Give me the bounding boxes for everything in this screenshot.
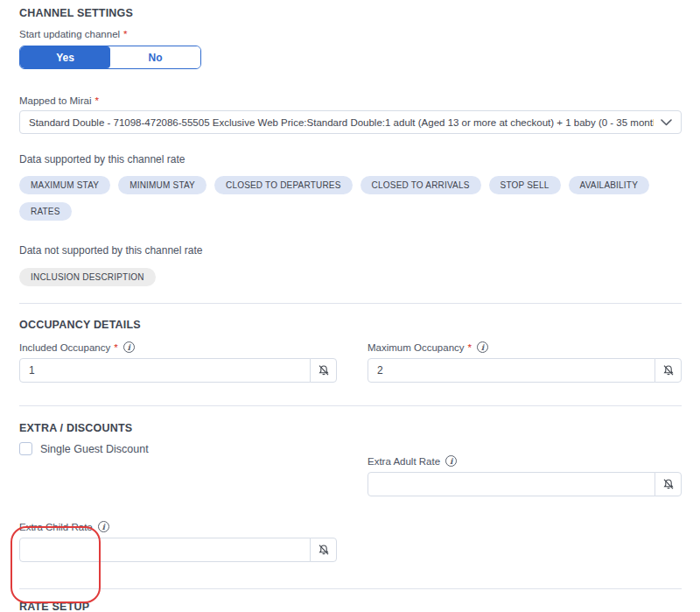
- chip: STOP SELL: [489, 176, 561, 194]
- channel-settings-page: CHANNEL SETTINGS Start updating channel …: [0, 0, 700, 612]
- extra-adult-rate-label: Extra Adult Rate i: [368, 455, 682, 467]
- single-guest-discount-checkbox[interactable]: [19, 442, 32, 455]
- chip: MAXIMUM STAY: [19, 176, 110, 194]
- occupancy-details-title: OCCUPANCY DETAILS: [19, 319, 682, 331]
- bell-off-icon: [318, 544, 330, 556]
- info-icon[interactable]: i: [98, 521, 109, 532]
- toggle-yes-button[interactable]: Yes: [20, 46, 110, 68]
- bell-off-button[interactable]: [310, 358, 337, 383]
- info-icon[interactable]: i: [445, 455, 457, 467]
- chip: INCLUSION DESCRIPTION: [19, 268, 156, 286]
- not-supported-chips: INCLUSION DESCRIPTION: [19, 268, 682, 286]
- section-divider: [19, 405, 682, 406]
- maximum-occupancy-label: Maximum Occupancy * i: [368, 341, 682, 353]
- chip: AVAILABILITY: [569, 176, 650, 194]
- included-occupancy-input[interactable]: [19, 358, 311, 383]
- chip: CLOSED TO DEPARTURES: [214, 176, 353, 194]
- chip: MINIMUM STAY: [118, 176, 206, 194]
- start-updating-label: Start updating channel *: [19, 29, 682, 39]
- mapped-to-mirai-value: Standard Double - 71098-472086-55505 Exc…: [29, 117, 654, 128]
- bell-off-icon: [318, 364, 330, 376]
- extra-child-rate-label: Extra Child Rate i: [19, 521, 337, 532]
- single-guest-discount-label: Single Guest Discount: [40, 443, 149, 455]
- bell-off-icon: [662, 364, 675, 376]
- required-asterisk: *: [114, 342, 117, 353]
- info-icon[interactable]: i: [477, 341, 488, 353]
- mapped-to-mirai-label: Mapped to Mirai *: [19, 95, 682, 106]
- included-occupancy-label: Included Occupancy * i: [19, 341, 337, 353]
- maximum-occupancy-input[interactable]: [368, 358, 655, 383]
- toggle-no-button[interactable]: No: [110, 46, 200, 68]
- chip: CLOSED TO ARRIVALS: [360, 176, 481, 194]
- required-asterisk: *: [123, 29, 127, 39]
- supported-data-label: Data supported by this channel rate: [19, 153, 682, 165]
- required-asterisk: *: [94, 95, 98, 106]
- chevron-down-icon: [661, 119, 672, 126]
- info-icon[interactable]: i: [123, 341, 135, 353]
- extra-child-rate-input[interactable]: [19, 538, 311, 562]
- bell-off-button[interactable]: [654, 472, 682, 496]
- chip: RATES: [19, 202, 72, 221]
- supported-chips: MAXIMUM STAYMINIMUM STAYCLOSED TO DEPART…: [19, 176, 682, 221]
- mapped-to-mirai-select[interactable]: Standard Double - 71098-472086-55505 Exc…: [19, 110, 682, 134]
- channel-settings-title: CHANNEL SETTINGS: [19, 7, 682, 19]
- bell-off-icon: [662, 478, 675, 490]
- bell-off-button[interactable]: [654, 358, 682, 383]
- start-updating-toggle: Yes No: [19, 46, 201, 69]
- not-supported-data-label: Data not supported by this channel rate: [19, 244, 682, 257]
- required-asterisk: *: [468, 342, 472, 353]
- section-divider: [19, 303, 682, 304]
- extra-discounts-title: EXTRA / DISCOUNTS: [19, 422, 682, 434]
- extra-adult-rate-input[interactable]: [368, 472, 655, 496]
- single-guest-discount-row: Single Guest Discount: [19, 442, 337, 455]
- section-divider: [19, 588, 682, 589]
- bell-off-button[interactable]: [310, 538, 337, 562]
- rate-setup-title: RATE SETUP: [19, 601, 682, 612]
